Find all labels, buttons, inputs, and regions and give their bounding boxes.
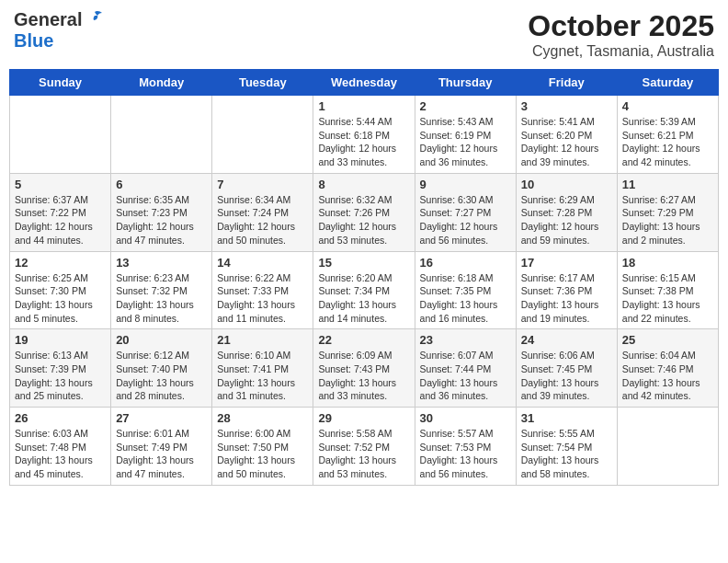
day-info: Sunrise: 6:12 AMSunset: 7:40 PMDaylight:… bbox=[116, 349, 207, 403]
day-number: 18 bbox=[622, 256, 713, 270]
calendar-day-cell: 17Sunrise: 6:17 AMSunset: 7:36 PMDayligh… bbox=[516, 251, 617, 329]
calendar-day-cell: 27Sunrise: 6:01 AMSunset: 7:49 PMDayligh… bbox=[111, 408, 212, 486]
calendar-day-cell: 6Sunrise: 6:35 AMSunset: 7:23 PMDaylight… bbox=[111, 173, 212, 251]
calendar-day-cell: 22Sunrise: 6:09 AMSunset: 7:43 PMDayligh… bbox=[313, 329, 415, 408]
calendar-day-cell: 31Sunrise: 5:55 AMSunset: 7:54 PMDayligh… bbox=[516, 408, 617, 486]
day-number: 29 bbox=[318, 411, 409, 425]
day-info: Sunrise: 6:20 AMSunset: 7:34 PMDaylight:… bbox=[318, 271, 409, 326]
day-info: Sunrise: 6:06 AMSunset: 7:45 PMDaylight:… bbox=[521, 349, 612, 403]
day-number: 22 bbox=[318, 333, 409, 347]
day-number: 2 bbox=[420, 99, 511, 113]
calendar-day-cell: 4Sunrise: 5:39 AMSunset: 6:21 PMDaylight… bbox=[617, 96, 718, 174]
day-info: Sunrise: 6:03 AMSunset: 7:48 PMDaylight:… bbox=[15, 427, 106, 481]
day-info: Sunrise: 6:34 AMSunset: 7:24 PMDaylight:… bbox=[217, 193, 308, 247]
day-info: Sunrise: 6:04 AMSunset: 7:46 PMDaylight:… bbox=[622, 349, 713, 403]
day-info: Sunrise: 5:41 AMSunset: 6:20 PMDaylight:… bbox=[521, 115, 612, 169]
day-number: 8 bbox=[318, 178, 409, 191]
title-section: October 2025 Cygnet, Tasmania, Australia bbox=[528, 9, 714, 60]
day-info: Sunrise: 6:29 AMSunset: 7:28 PMDaylight:… bbox=[521, 193, 612, 247]
calendar-day-cell: 13Sunrise: 6:23 AMSunset: 7:32 PMDayligh… bbox=[111, 251, 212, 329]
calendar-day-cell: 25Sunrise: 6:04 AMSunset: 7:46 PMDayligh… bbox=[617, 329, 718, 408]
day-info: Sunrise: 6:07 AMSunset: 7:44 PMDaylight:… bbox=[420, 349, 511, 403]
day-info: Sunrise: 6:18 AMSunset: 7:35 PMDaylight:… bbox=[420, 271, 511, 326]
calendar-header-row: SundayMondayTuesdayWednesdayThursdayFrid… bbox=[10, 70, 719, 96]
day-number: 24 bbox=[521, 333, 612, 347]
day-number: 31 bbox=[521, 411, 612, 425]
day-info: Sunrise: 6:37 AMSunset: 7:22 PMDaylight:… bbox=[15, 193, 106, 247]
day-info: Sunrise: 6:13 AMSunset: 7:39 PMDaylight:… bbox=[15, 349, 106, 403]
day-info: Sunrise: 6:27 AMSunset: 7:29 PMDaylight:… bbox=[622, 193, 713, 247]
calendar-day-cell: 5Sunrise: 6:37 AMSunset: 7:22 PMDaylight… bbox=[10, 173, 111, 251]
calendar-day-cell: 11Sunrise: 6:27 AMSunset: 7:29 PMDayligh… bbox=[617, 173, 718, 251]
calendar-day-cell: 10Sunrise: 6:29 AMSunset: 7:28 PMDayligh… bbox=[516, 173, 617, 251]
logo: General Blue bbox=[14, 9, 104, 52]
calendar-day-cell: 8Sunrise: 6:32 AMSunset: 7:26 PMDaylight… bbox=[313, 173, 415, 251]
day-number: 15 bbox=[318, 256, 409, 270]
calendar-day-cell: 28Sunrise: 6:00 AMSunset: 7:50 PMDayligh… bbox=[212, 408, 313, 486]
day-number: 17 bbox=[521, 256, 612, 270]
day-number: 21 bbox=[217, 333, 308, 347]
calendar-day-cell: 3Sunrise: 5:41 AMSunset: 6:20 PMDaylight… bbox=[516, 96, 617, 174]
day-number: 5 bbox=[15, 178, 106, 191]
day-of-week-header: Friday bbox=[516, 70, 617, 96]
day-info: Sunrise: 6:15 AMSunset: 7:38 PMDaylight:… bbox=[622, 271, 713, 326]
day-number: 10 bbox=[521, 178, 612, 191]
day-number: 3 bbox=[521, 99, 612, 113]
day-number: 25 bbox=[622, 333, 713, 347]
day-info: Sunrise: 6:23 AMSunset: 7:32 PMDaylight:… bbox=[116, 271, 207, 326]
calendar-day-cell: 1Sunrise: 5:44 AMSunset: 6:18 PMDaylight… bbox=[313, 96, 415, 174]
calendar-day-cell: 14Sunrise: 6:22 AMSunset: 7:33 PMDayligh… bbox=[212, 251, 313, 329]
day-number: 9 bbox=[420, 178, 511, 191]
day-number: 20 bbox=[116, 333, 207, 347]
day-info: Sunrise: 6:22 AMSunset: 7:33 PMDaylight:… bbox=[217, 271, 308, 326]
logo-general: General bbox=[14, 9, 82, 30]
day-of-week-header: Monday bbox=[111, 70, 212, 96]
calendar-day-cell bbox=[212, 96, 313, 174]
day-info: Sunrise: 6:35 AMSunset: 7:23 PMDaylight:… bbox=[116, 193, 207, 247]
location: Cygnet, Tasmania, Australia bbox=[528, 43, 714, 60]
day-info: Sunrise: 6:01 AMSunset: 7:49 PMDaylight:… bbox=[116, 427, 207, 481]
day-info: Sunrise: 5:55 AMSunset: 7:54 PMDaylight:… bbox=[521, 427, 612, 481]
day-info: Sunrise: 6:17 AMSunset: 7:36 PMDaylight:… bbox=[521, 271, 612, 326]
calendar-day-cell: 20Sunrise: 6:12 AMSunset: 7:40 PMDayligh… bbox=[111, 329, 212, 408]
day-info: Sunrise: 6:00 AMSunset: 7:50 PMDaylight:… bbox=[217, 427, 308, 481]
day-number: 1 bbox=[318, 99, 409, 113]
day-number: 27 bbox=[116, 411, 207, 425]
calendar-day-cell: 9Sunrise: 6:30 AMSunset: 7:27 PMDaylight… bbox=[415, 173, 516, 251]
day-number: 6 bbox=[116, 178, 207, 191]
day-number: 4 bbox=[622, 99, 713, 113]
day-of-week-header: Sunday bbox=[10, 70, 111, 96]
day-info: Sunrise: 5:39 AMSunset: 6:21 PMDaylight:… bbox=[622, 115, 713, 169]
calendar-day-cell: 23Sunrise: 6:07 AMSunset: 7:44 PMDayligh… bbox=[415, 329, 516, 408]
calendar-day-cell: 15Sunrise: 6:20 AMSunset: 7:34 PMDayligh… bbox=[313, 251, 415, 329]
calendar-day-cell: 19Sunrise: 6:13 AMSunset: 7:39 PMDayligh… bbox=[10, 329, 111, 408]
calendar-day-cell: 7Sunrise: 6:34 AMSunset: 7:24 PMDaylight… bbox=[212, 173, 313, 251]
day-info: Sunrise: 5:57 AMSunset: 7:53 PMDaylight:… bbox=[420, 427, 511, 481]
calendar-table: SundayMondayTuesdayWednesdayThursdayFrid… bbox=[9, 69, 719, 486]
calendar-day-cell bbox=[617, 408, 718, 486]
day-number: 12 bbox=[15, 256, 106, 270]
day-of-week-header: Thursday bbox=[415, 70, 516, 96]
day-info: Sunrise: 5:43 AMSunset: 6:19 PMDaylight:… bbox=[420, 115, 511, 169]
day-of-week-header: Tuesday bbox=[212, 70, 313, 96]
logo-blue: Blue bbox=[14, 30, 53, 52]
day-info: Sunrise: 6:10 AMSunset: 7:41 PMDaylight:… bbox=[217, 349, 308, 403]
day-number: 11 bbox=[622, 178, 713, 191]
calendar-week-row: 1Sunrise: 5:44 AMSunset: 6:18 PMDaylight… bbox=[10, 96, 719, 174]
calendar-day-cell: 26Sunrise: 6:03 AMSunset: 7:48 PMDayligh… bbox=[10, 408, 111, 486]
calendar-week-row: 19Sunrise: 6:13 AMSunset: 7:39 PMDayligh… bbox=[10, 329, 719, 408]
day-number: 26 bbox=[15, 411, 106, 425]
calendar-week-row: 5Sunrise: 6:37 AMSunset: 7:22 PMDaylight… bbox=[10, 173, 719, 251]
day-number: 19 bbox=[15, 333, 106, 347]
page-header: General Blue October 2025 Cygnet, Tasman… bbox=[9, 9, 719, 60]
day-number: 7 bbox=[217, 178, 308, 191]
day-number: 23 bbox=[420, 333, 511, 347]
calendar-day-cell: 30Sunrise: 5:57 AMSunset: 7:53 PMDayligh… bbox=[415, 408, 516, 486]
calendar-day-cell: 2Sunrise: 5:43 AMSunset: 6:19 PMDaylight… bbox=[415, 96, 516, 174]
month-title: October 2025 bbox=[528, 9, 714, 43]
calendar-day-cell: 16Sunrise: 6:18 AMSunset: 7:35 PMDayligh… bbox=[415, 251, 516, 329]
calendar-day-cell: 24Sunrise: 6:06 AMSunset: 7:45 PMDayligh… bbox=[516, 329, 617, 408]
calendar-week-row: 12Sunrise: 6:25 AMSunset: 7:30 PMDayligh… bbox=[10, 251, 719, 329]
day-number: 30 bbox=[420, 411, 511, 425]
calendar-day-cell bbox=[111, 96, 212, 174]
